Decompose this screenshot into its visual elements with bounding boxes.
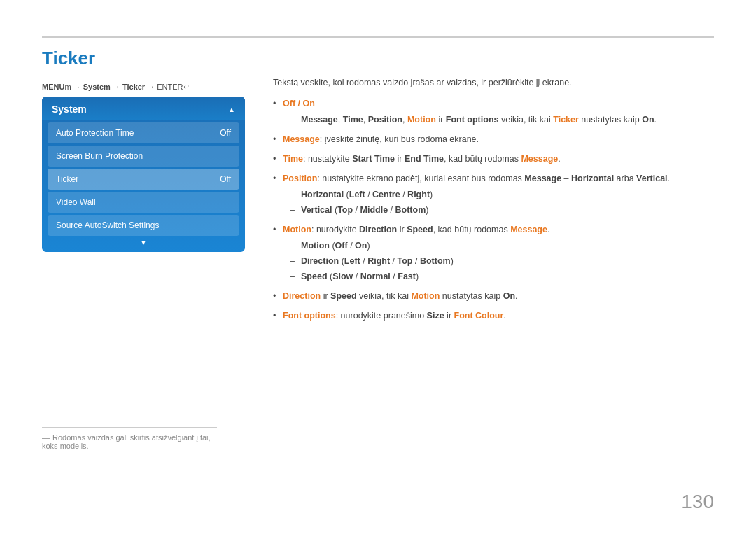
source-autoswitch-item[interactable]: Source AutoSwitch Settings (48, 215, 239, 236)
ticker-label: Ticker (56, 174, 78, 184)
vertical-item: Vertical (Top / Middle / Bottom) (290, 203, 714, 217)
motion-sublist: Motion (Off / On) Direction (Left / Righ… (290, 239, 714, 283)
direction-label: Direction (283, 291, 321, 301)
position-ref1: Position (368, 115, 402, 125)
font-options-ref1: Font options (446, 115, 499, 125)
bullet-motion: Motion: nurodykite Direction ir Speed, k… (273, 223, 714, 283)
bullet-font-options: Font options: nurodykite pranešimo Size … (273, 309, 714, 323)
on-ref1: On (642, 115, 654, 125)
content-intro: Tekstą veskite, kol rodomas vaizdo įraša… (273, 76, 714, 90)
motion-ref2: Motion (411, 291, 440, 301)
time-ref1: Time (343, 115, 363, 125)
time-label: Time (283, 154, 303, 164)
system-title: System (52, 104, 87, 115)
auto-protection-time-item[interactable]: Auto Protection Time Off (48, 122, 239, 143)
footer-note: ―Rodomas vaizdas gali skirtis atsižvelgi… (42, 427, 217, 450)
horizontal-item: Horizontal (Left / Centre / Right) (290, 188, 714, 202)
font-options-label: Font options (283, 311, 336, 321)
video-wall-label: Video Wall (56, 197, 96, 207)
source-autoswitch-label: Source AutoSwitch Settings (56, 220, 159, 230)
motion-label: Motion (283, 225, 312, 234)
screen-burn-protection-item[interactable]: Screen Burn Protection (48, 146, 239, 167)
bullet-position: Position: nustatykite ekrano padėtį, kur… (273, 171, 714, 217)
message-ref1: Message (301, 115, 338, 125)
off-on-sub-item: Message, Time, Position, Motion ir Font … (290, 113, 714, 127)
ticker-item[interactable]: Ticker Off (48, 169, 239, 190)
bullet-off-on: Off / On Message, Time, Position, Motion… (273, 97, 714, 127)
ticker-ref1: Ticker (553, 115, 579, 125)
screen-burn-protection-label: Screen Burn Protection (56, 151, 143, 161)
content-area: Tekstą veskite, kol rodomas vaizdo įraša… (273, 76, 714, 328)
system-header: System ▲ (42, 97, 245, 120)
page-title: Ticker (42, 48, 95, 69)
page-number: 130 (681, 491, 714, 513)
top-border (42, 36, 714, 38)
message-label: Message (283, 134, 320, 144)
video-wall-item[interactable]: Video Wall (48, 192, 239, 213)
speed-item: Speed (Slow / Normal / Fast) (290, 269, 714, 283)
footer-note-text: Rodomas vaizdas gali skirtis atsižvelgia… (42, 433, 211, 450)
menu-path: MENUm → System → Ticker → ENTER↵ (42, 83, 190, 92)
motion-ref1: Motion (407, 115, 436, 125)
auto-protection-time-value: Off (220, 128, 231, 138)
bullet-time: Time: nustatykite Start Time ir End Time… (273, 152, 714, 166)
ticker-value: Off (220, 174, 231, 184)
auto-protection-time-label: Auto Protection Time (56, 128, 134, 138)
bullet-direction-speed: Direction ir Speed veikia, tik kai Motio… (273, 289, 714, 303)
off-on-label: Off / On (283, 99, 315, 108)
direction-item: Direction (Left / Right / Top / Bottom) (290, 254, 714, 268)
menu-label: MENU (42, 83, 64, 91)
system-panel: System ▲ Auto Protection Time Off Screen… (42, 97, 245, 252)
bullet-message: Message: įveskite žinutę, kuri bus rodom… (273, 132, 714, 146)
arrow-up-icon: ▲ (228, 106, 235, 113)
main-bullet-list: Off / On Message, Time, Position, Motion… (273, 97, 714, 323)
arrow-down-icon: ▼ (42, 239, 245, 246)
position-label: Position (283, 174, 317, 183)
position-sublist: Horizontal (Left / Centre / Right) Verti… (290, 188, 714, 217)
off-on-sublist: Message, Time, Position, Motion ir Font … (290, 113, 714, 127)
motion-off-on-item: Motion (Off / On) (290, 239, 714, 253)
